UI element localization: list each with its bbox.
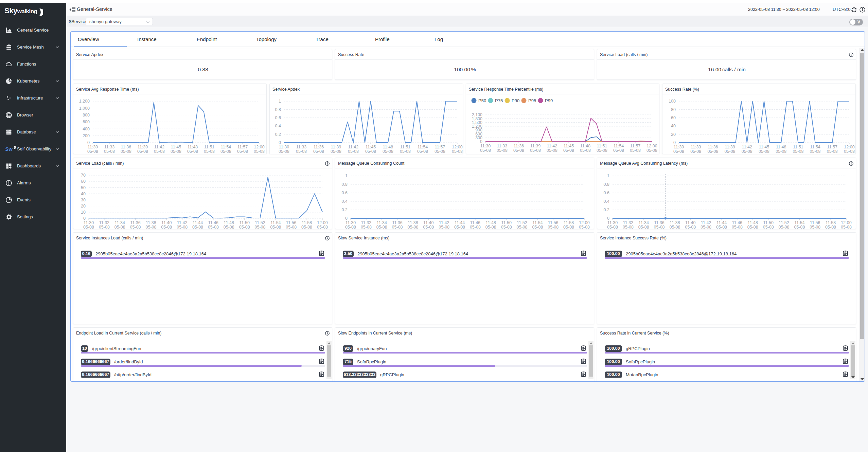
- svg-text:05-08: 05-08: [220, 149, 231, 154]
- svg-text:100: 100: [669, 99, 676, 104]
- svg-text:11:57: 11:57: [630, 144, 640, 148]
- svg-text:05-08: 05-08: [204, 149, 215, 154]
- svg-text:11:54: 11:54: [418, 145, 428, 149]
- svg-text:12:00: 12:00: [254, 145, 264, 149]
- svg-text:60: 60: [81, 179, 86, 184]
- svg-text:11:36: 11:36: [121, 145, 131, 149]
- svg-text:30: 30: [81, 198, 86, 202]
- svg-text:05-08: 05-08: [513, 148, 524, 153]
- svg-text:11:39: 11:39: [725, 145, 735, 149]
- svg-text:11:44: 11:44: [716, 220, 727, 225]
- svg-text:05-08: 05-08: [827, 149, 838, 154]
- svg-text:05-08: 05-08: [286, 225, 297, 229]
- svg-text:05-08: 05-08: [810, 225, 820, 229]
- svg-text:11:34: 11:34: [377, 220, 387, 225]
- svg-text:11:56: 11:56: [548, 220, 558, 225]
- svg-text:05-08: 05-08: [114, 225, 125, 229]
- svg-text:05-08: 05-08: [171, 149, 181, 154]
- svg-text:05-08: 05-08: [707, 149, 718, 154]
- svg-text:05-08: 05-08: [317, 225, 328, 229]
- svg-text:11:44: 11:44: [455, 220, 465, 225]
- svg-text:05-08: 05-08: [408, 225, 419, 229]
- svg-text:0.2: 0.2: [342, 207, 348, 212]
- svg-text:05-08: 05-08: [701, 225, 711, 229]
- svg-text:05-08: 05-08: [365, 149, 376, 154]
- svg-text:05-08: 05-08: [742, 149, 752, 154]
- svg-text:80: 80: [671, 107, 676, 112]
- svg-text:11:42: 11:42: [154, 145, 164, 149]
- svg-text:11:39: 11:39: [331, 145, 341, 149]
- svg-text:11:32: 11:32: [361, 220, 371, 225]
- svg-text:05-08: 05-08: [361, 225, 372, 229]
- svg-text:12:00: 12:00: [844, 145, 854, 149]
- svg-text:12:00: 12:00: [646, 144, 657, 148]
- svg-text:600: 600: [83, 120, 90, 124]
- svg-text:05-08: 05-08: [793, 149, 803, 154]
- svg-text:0.4: 0.4: [342, 199, 348, 204]
- svg-text:11:46: 11:46: [732, 220, 742, 225]
- svg-text:11:40: 11:40: [685, 220, 695, 225]
- svg-text:05-08: 05-08: [501, 225, 512, 229]
- svg-text:05-08: 05-08: [121, 149, 131, 154]
- svg-text:11:42: 11:42: [547, 144, 557, 148]
- svg-text:05-08: 05-08: [161, 225, 172, 229]
- svg-text:12:00: 12:00: [452, 145, 462, 149]
- svg-text:P75: P75: [495, 98, 503, 103]
- svg-text:P50: P50: [478, 98, 486, 103]
- svg-text:05-08: 05-08: [237, 149, 248, 154]
- svg-text:11:42: 11:42: [348, 145, 358, 149]
- svg-text:05-08: 05-08: [104, 149, 115, 154]
- svg-text:11:33: 11:33: [296, 145, 306, 149]
- svg-text:11:38: 11:38: [670, 220, 680, 225]
- svg-text:05-08: 05-08: [580, 148, 591, 153]
- svg-text:1: 1: [279, 99, 281, 104]
- svg-text:05-08: 05-08: [470, 225, 481, 229]
- svg-text:05-08: 05-08: [630, 148, 641, 153]
- svg-text:11:33: 11:33: [497, 144, 507, 148]
- svg-text:05-08: 05-08: [279, 149, 289, 154]
- svg-text:11:48: 11:48: [776, 145, 786, 149]
- svg-text:05-08: 05-08: [732, 225, 743, 229]
- svg-text:11:58: 11:58: [302, 220, 312, 225]
- svg-text:05-08: 05-08: [548, 225, 559, 229]
- svg-text:70: 70: [81, 173, 86, 178]
- svg-text:12:00: 12:00: [579, 220, 589, 225]
- svg-text:1,200: 1,200: [79, 99, 90, 104]
- svg-text:11:39: 11:39: [138, 145, 148, 149]
- svg-text:0.2: 0.2: [604, 207, 609, 212]
- svg-text:05-08: 05-08: [146, 225, 157, 229]
- svg-text:05-08: 05-08: [452, 149, 463, 154]
- svg-text:11:36: 11:36: [130, 220, 140, 225]
- svg-text:05-08: 05-08: [597, 148, 607, 153]
- svg-text:05-08: 05-08: [177, 225, 188, 229]
- svg-text:11:51: 11:51: [793, 145, 803, 149]
- svg-text:05-08: 05-08: [563, 148, 574, 153]
- svg-text:05-08: 05-08: [154, 149, 165, 154]
- svg-text:05-08: 05-08: [435, 149, 445, 154]
- svg-text:11:34: 11:34: [639, 220, 649, 225]
- svg-text:40: 40: [671, 124, 676, 128]
- svg-text:40: 40: [81, 192, 86, 196]
- svg-text:20: 20: [671, 132, 676, 137]
- svg-text:11:39: 11:39: [530, 144, 541, 148]
- svg-text:11:30: 11:30: [480, 144, 491, 148]
- svg-text:05-08: 05-08: [376, 225, 387, 229]
- svg-text:12:00: 12:00: [841, 220, 851, 225]
- svg-text:05-08: 05-08: [776, 149, 786, 154]
- svg-text:11:54: 11:54: [270, 220, 281, 225]
- svg-text:11:57: 11:57: [237, 145, 248, 149]
- svg-text:11:30: 11:30: [279, 145, 289, 149]
- svg-text:05-08: 05-08: [825, 225, 836, 229]
- svg-text:05-08: 05-08: [417, 149, 428, 154]
- svg-text:11:54: 11:54: [810, 145, 820, 149]
- svg-text:1: 1: [345, 174, 348, 178]
- svg-text:P99: P99: [545, 98, 553, 103]
- svg-text:0.6: 0.6: [275, 115, 281, 120]
- svg-text:05-08: 05-08: [254, 149, 265, 154]
- svg-text:60: 60: [671, 115, 676, 120]
- svg-text:1: 1: [607, 174, 609, 178]
- svg-text:05-08: 05-08: [685, 225, 696, 229]
- svg-text:05-08: 05-08: [345, 225, 356, 229]
- svg-text:05-08: 05-08: [613, 148, 624, 153]
- svg-text:05-08: 05-08: [579, 225, 590, 229]
